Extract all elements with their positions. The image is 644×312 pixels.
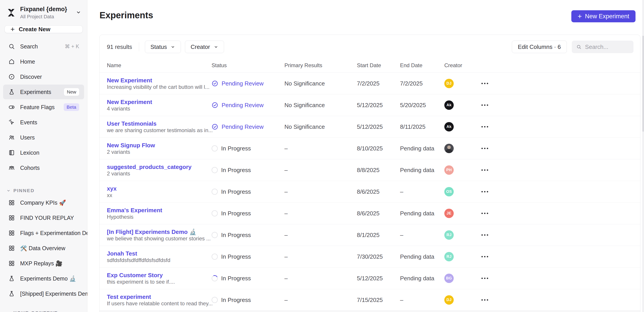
sidebar-item-events[interactable]: Events xyxy=(3,115,84,130)
filter-chip-creator[interactable]: Creator xyxy=(185,41,224,53)
experiment-name-link[interactable]: Jonah Test xyxy=(107,250,204,257)
sidebar-item-lexicon[interactable]: Lexicon xyxy=(3,145,84,160)
end-date-cell: – xyxy=(400,232,444,239)
row-actions-menu[interactable] xyxy=(482,169,495,171)
table-row[interactable]: New Experiment Increasing visibility of … xyxy=(100,73,640,94)
row-actions-menu[interactable] xyxy=(482,83,495,84)
status-label: In Progress xyxy=(221,297,251,304)
status-label: In Progress xyxy=(221,188,251,195)
table-row[interactable]: xyx xx In Progress – 8/6/2025 – OS xyxy=(100,181,640,203)
sidebar-item-experiments[interactable]: ExperimentsNew xyxy=(3,85,84,99)
row-actions-menu[interactable] xyxy=(482,104,495,106)
end-date-cell: Pending data xyxy=(400,145,444,152)
start-date-cell: 8/1/2025 xyxy=(357,232,400,239)
scrollbar-thumb[interactable] xyxy=(642,36,644,132)
table-row[interactable]: New Signup Flow 2 variants In Progress –… xyxy=(100,138,640,159)
primary-results-cell: – xyxy=(284,297,357,304)
start-date-cell: 5/12/2025 xyxy=(357,275,400,282)
primary-results-cell: – xyxy=(284,253,357,260)
your-content-section-label[interactable]: YOUR CONTENT xyxy=(6,310,81,312)
experiment-name-link[interactable]: New Signup Flow xyxy=(107,142,204,149)
experiment-name-link[interactable]: Exp Customer Story xyxy=(107,272,204,279)
experiment-name-link[interactable]: suggested_products_category xyxy=(107,163,204,170)
row-actions-menu[interactable] xyxy=(482,213,495,214)
table-row[interactable]: User Testimonials we are sharing custome… xyxy=(100,116,640,138)
sidebar-item-find-your-replay[interactable]: FIND YOUR REPLAY xyxy=(3,210,84,225)
status-label: In Progress xyxy=(221,167,251,174)
sidebar-item-search[interactable]: Search⌘ + K xyxy=(3,39,84,54)
experiment-name-link[interactable]: New Experiment xyxy=(107,77,204,84)
creator-cell: DJ xyxy=(444,79,479,88)
column-header-status[interactable]: Status xyxy=(212,62,284,68)
row-actions-menu[interactable] xyxy=(482,256,495,257)
row-actions-menu[interactable] xyxy=(482,191,495,192)
sidebar-item-label: Experiments Demo 🔬 xyxy=(20,275,76,282)
search-icon xyxy=(576,44,582,50)
cohorts-icon xyxy=(8,164,15,171)
experiment-name-link[interactable]: User Testimonials xyxy=(107,120,204,127)
sidebar-item-flags-experimentation-demo[interactable]: Flags + Experimentation Demo , xyxy=(3,226,84,240)
experiment-subtitle: Hypothesis xyxy=(107,214,134,220)
table-row[interactable]: Emma's Experiment Hypothesis In Progress… xyxy=(100,203,640,224)
column-header-name[interactable]: Name xyxy=(107,62,212,68)
column-header-start-date[interactable]: Start Date xyxy=(357,62,400,68)
table-row[interactable]: New Experiment 4 variants Pending Review… xyxy=(100,94,640,116)
experiment-name-link[interactable]: Test experiment xyxy=(107,294,204,301)
sidebar-item-label: Discover xyxy=(20,74,42,80)
table-row[interactable]: [In Flight] Experiments Demo 🔬 we believ… xyxy=(100,224,640,246)
avatar: DJ xyxy=(444,79,454,88)
new-experiment-button[interactable]: + New Experiment xyxy=(571,10,636,22)
primary-results-cell: – xyxy=(284,188,357,195)
filter-chip-status[interactable]: Status xyxy=(145,41,181,53)
experiment-name-cell: Jonah Test sdfdsfdsfsdfdffdfdsfsdfdsfd xyxy=(107,250,212,263)
table-row[interactable]: Test experiment If users have relatable … xyxy=(100,289,640,311)
sidebar-item-experiments-demo[interactable]: Experiments Demo 🔬 xyxy=(3,271,84,286)
edit-columns-button[interactable]: Edit Columns · 6 xyxy=(512,41,567,53)
row-actions-menu[interactable] xyxy=(482,126,495,128)
table-row[interactable]: Exp Customer Story this experiment is to… xyxy=(100,268,640,289)
creator-cell: Ak xyxy=(444,100,479,110)
sidebar-item-shipped-experiments-demo[interactable]: [Shipped] Experiments Demo 🖊️ xyxy=(3,286,84,301)
sidebar-item-company-kpis[interactable]: Company KPIs 🚀 xyxy=(3,195,84,210)
start-date-cell: 8/6/2025 xyxy=(357,188,400,195)
experiment-name-link[interactable]: xyx xyxy=(107,185,204,192)
avatar: Ak xyxy=(444,100,454,110)
end-date-cell: Pending data xyxy=(400,253,444,260)
search-icon xyxy=(8,43,15,50)
column-header-end-date[interactable]: End Date xyxy=(400,62,444,68)
experiment-name-link[interactable]: Emma's Experiment xyxy=(107,207,204,214)
sidebar-item-discover[interactable]: Discover xyxy=(3,69,84,84)
table-header-row: NameStatusPrimary ResultsStart DateEnd D… xyxy=(100,58,640,73)
experiment-name-link[interactable]: New Experiment xyxy=(107,99,204,106)
sidebar-item-cohorts[interactable]: Cohorts xyxy=(3,160,84,175)
sidebar-item-feature-flags[interactable]: Feature FlagsBeta xyxy=(3,100,84,115)
create-new-button[interactable]: + Create New xyxy=(4,25,83,33)
sidebar-item-data-overview[interactable]: 🛠️ Data Overview xyxy=(3,241,84,256)
creator-cell xyxy=(444,144,479,153)
pinned-section-label[interactable]: PINNED xyxy=(6,188,81,193)
row-actions-menu[interactable] xyxy=(482,299,495,301)
experiment-name-link[interactable]: [In Flight] Experiments Demo 🔬 xyxy=(107,229,204,235)
search-input[interactable] xyxy=(585,43,629,50)
status-cell: In Progress xyxy=(212,253,284,260)
row-actions-menu[interactable] xyxy=(482,234,495,236)
table-row[interactable]: suggested_products_category 2 variants I… xyxy=(100,159,640,181)
sidebar-item-users[interactable]: Users xyxy=(3,130,84,145)
creator-cell: JE xyxy=(444,209,479,218)
table-row[interactable]: Jonah Test sdfdsfdsfsdfdffdfdsfsdfdsfd I… xyxy=(100,246,640,268)
column-header-creator[interactable]: Creator xyxy=(444,62,479,68)
experiment-subtitle: xx xyxy=(107,192,112,198)
sidebar-item-mxp-replays[interactable]: MXP Replays 🎥 xyxy=(3,256,84,271)
status-label: In Progress xyxy=(221,232,251,239)
row-actions-menu[interactable] xyxy=(482,148,495,149)
sidebar-item-home[interactable]: Home xyxy=(3,54,84,69)
workspace-switcher[interactable]: Fixpanel {demo} All Project Data xyxy=(0,0,87,24)
status-cell: In Progress xyxy=(212,297,284,304)
table-body: New Experiment Increasing visibility of … xyxy=(100,73,640,311)
column-header-primary-results[interactable]: Primary Results xyxy=(284,62,357,68)
toggle-icon xyxy=(8,104,15,111)
chevron-down-icon xyxy=(170,44,175,49)
row-actions-menu[interactable] xyxy=(482,278,495,279)
experiment-name-cell: [In Flight] Experiments Demo 🔬 we believ… xyxy=(107,229,212,242)
status-label: In Progress xyxy=(221,210,251,217)
